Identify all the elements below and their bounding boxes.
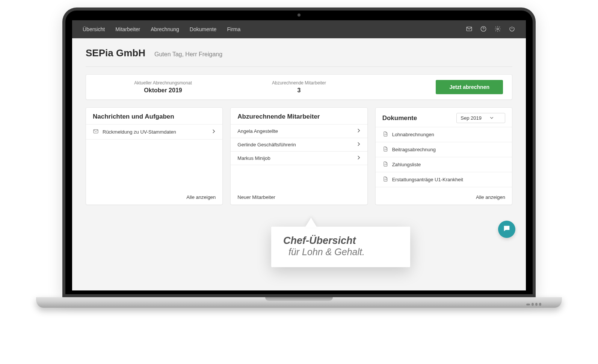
base-feet [526,302,541,306]
chat-icon [503,224,511,234]
employee-name: Markus Minijob [237,155,270,161]
summary-month-value: Oktober 2019 [95,87,231,94]
pdf-icon: PDF [382,131,388,138]
document-item[interactable]: PDF Beitragsabrechnung [376,142,512,157]
document-label: Lohnabrechnungen [392,132,434,137]
run-payroll-button[interactable]: Jetzt abrechnen [436,80,503,94]
svg-point-3 [497,28,499,30]
page-body: SEPia GmbH Guten Tag, Herr Freigang Aktu… [72,38,526,214]
month-selector[interactable]: Sep 2019 [456,113,505,123]
dashboard-columns: Nachrichten und Aufgaben Rückmeldung zu … [86,107,512,205]
employee-name: Angela Angestellte [237,128,278,134]
messages-title: Nachrichten und Aufgaben [93,113,174,120]
nav-payroll[interactable]: Abrechnung [151,26,179,32]
laptop-base [36,297,562,308]
svg-text:PDF: PDF [384,134,387,135]
chevron-right-icon [212,129,216,135]
messages-show-all-link[interactable]: Alle anzeigen [186,194,216,200]
employee-name: Gerlinde Geschäftsführerin [237,142,296,147]
app-screen: Übersicht Mitarbeiter Abrechnung Dokumen… [72,20,526,290]
nav-company[interactable]: Firma [227,26,240,32]
main-nav: Übersicht Mitarbeiter Abrechnung Dokumen… [83,26,240,32]
svg-point-2 [483,30,484,30]
power-icon[interactable] [509,26,515,33]
message-item[interactable]: Rückmeldung zu UV-Stammdaten [86,125,222,140]
chevron-right-icon [357,142,361,147]
summary-employees-label: Abzurechnende Mitarbeiter [231,80,367,86]
month-selector-value: Sep 2019 [461,115,482,121]
svg-text:PDF: PDF [384,149,387,150]
header-icon-group [466,26,515,33]
nav-employees[interactable]: Mitarbeiter [115,26,140,32]
chat-button[interactable] [498,221,515,238]
documents-show-all-link[interactable]: Alle anzeigen [476,194,505,200]
summary-month-label: Aktueller Abrechnungsmonat [95,80,231,86]
document-item[interactable]: PDF Erstattungsanträge U1-Krankheit [376,172,512,187]
summary-employees-value: 3 [231,87,367,94]
documents-title: Dokumente [382,114,417,122]
messages-card: Nachrichten und Aufgaben Rückmeldung zu … [86,107,223,205]
employee-item[interactable]: Gerlinde Geschäftsführerin [231,138,367,152]
nav-documents[interactable]: Dokumente [190,26,217,32]
mail-icon[interactable] [466,26,473,33]
chevron-right-icon [357,128,361,134]
document-item[interactable]: PDF Zahlungsliste [376,157,512,172]
pdf-icon: PDF [382,161,388,168]
callout-title: Chef-Übersicht [283,235,398,247]
mail-icon [93,128,99,135]
greeting-text: Guten Tag, Herr Freigang [154,51,222,58]
message-label: Rückmeldung zu UV-Stammdaten [103,129,176,135]
callout-bubble: Chef-Übersicht für Lohn & Gehalt. [271,227,410,267]
pdf-icon: PDF [382,146,388,153]
summary-cta-cell: Jetzt abrechnen [367,80,503,94]
summary-month: Aktueller Abrechnungsmonat Oktober 2019 [95,80,231,94]
camera-dot [297,14,301,17]
svg-text:PDF: PDF [384,164,387,165]
nav-overview[interactable]: Übersicht [83,26,105,32]
employees-card: Abzurechnende Mitarbeiter Angela Angeste… [230,107,367,205]
employee-item[interactable]: Angela Angestellte [231,125,367,138]
document-label: Zahlungsliste [392,162,421,167]
laptop-frame: Übersicht Mitarbeiter Abrechnung Dokumen… [62,8,536,297]
document-label: Erstattungsanträge U1-Krankheit [392,177,463,182]
employee-item[interactable]: Markus Minijob [231,152,367,165]
document-item[interactable]: PDF Lohnabrechnungen [376,127,512,142]
chevron-down-icon [490,115,494,121]
svg-rect-4 [94,129,98,133]
summary-employees: Abzurechnende Mitarbeiter 3 [231,80,367,94]
company-name: SEPia GmbH [86,47,145,59]
summary-bar: Aktueller Abrechnungsmonat Oktober 2019 … [86,74,512,100]
title-row: SEPia GmbH Guten Tag, Herr Freigang [86,47,512,67]
callout-arrow [305,218,317,227]
chevron-right-icon [357,155,361,161]
svg-text:PDF: PDF [384,179,387,180]
document-label: Beitragsabrechnung [392,147,436,152]
new-employee-link[interactable]: Neuer Mitarbeiter [237,194,275,200]
employees-title: Abzurechnende Mitarbeiter [237,113,320,120]
help-icon[interactable] [480,26,487,33]
pdf-icon: PDF [382,176,388,183]
callout-subtitle: für Lohn & Gehalt. [283,247,398,257]
gear-icon[interactable] [494,26,501,33]
documents-card: Dokumente Sep 2019 P [375,107,512,205]
app-header: Übersicht Mitarbeiter Abrechnung Dokumen… [72,20,526,38]
